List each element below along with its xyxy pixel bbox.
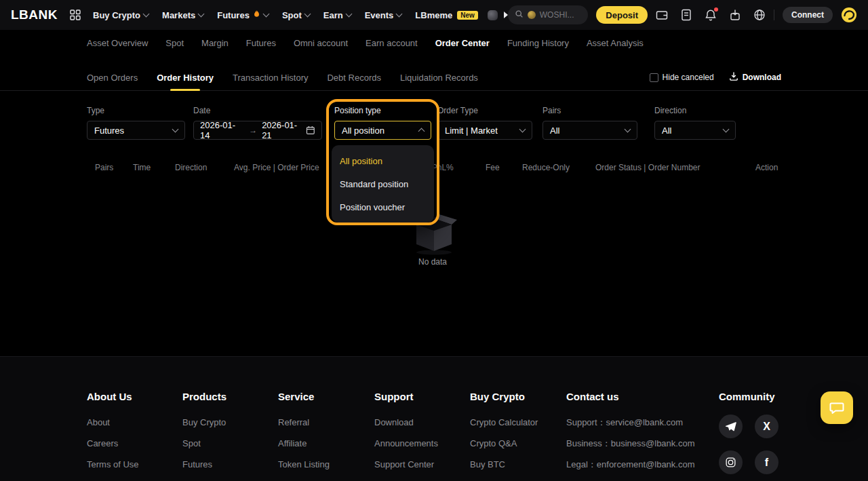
lbank-logo[interactable]: LBANK xyxy=(11,7,58,22)
facebook-icon[interactable]: f xyxy=(755,450,778,474)
chevron-down-icon xyxy=(723,126,730,133)
footer-col-title: Contact us xyxy=(566,391,695,402)
footer-link-affiliate[interactable]: Affiliate xyxy=(278,433,330,454)
wallet-icon[interactable] xyxy=(656,9,668,21)
search-input[interactable]: WOSHI... xyxy=(508,5,589,24)
tab-liquidation-records[interactable]: Liquidation Records xyxy=(400,64,478,90)
deposit-button[interactable]: Deposit xyxy=(596,6,648,24)
topnav-item-label: Events xyxy=(365,10,394,20)
telegram-icon[interactable] xyxy=(719,415,743,438)
footer-link-crypto-calculator[interactable]: Crypto Calculator xyxy=(470,412,538,433)
footer-col-title: Service xyxy=(278,391,330,402)
position-type-select-value: All position xyxy=(342,126,384,136)
no-data-text: No data xyxy=(385,257,480,267)
chevron-down-icon xyxy=(519,126,526,133)
topnav-item-spot[interactable]: Spot xyxy=(282,10,310,20)
footer-link-buy-btc[interactable]: Buy BTC xyxy=(470,454,538,475)
dropdown-option-standard-position[interactable]: Standard position xyxy=(332,172,434,195)
topnav-item-markets[interactable]: Markets xyxy=(162,10,203,20)
topnav-item-events[interactable]: Events xyxy=(365,10,402,20)
topnav-icons xyxy=(656,9,766,21)
col-avg-order-price: Avg. Price | Order Price xyxy=(234,163,319,172)
live-chat-button[interactable] xyxy=(821,391,853,424)
chevron-down-icon xyxy=(143,11,150,18)
profile-avatar[interactable] xyxy=(841,7,857,23)
footer-link-buy-eth[interactable]: Buy ETH xyxy=(470,475,538,481)
hide-canceled-checkbox[interactable]: Hide canceled xyxy=(650,73,714,82)
footer-link-etf[interactable]: ETF xyxy=(182,475,226,481)
accnav-item-omni-account[interactable]: Omni account xyxy=(294,38,348,48)
footer-link-spot[interactable]: Spot xyxy=(182,433,226,454)
nav-scroll-arrow-icon[interactable] xyxy=(504,12,508,18)
accnav-item-order-center[interactable]: Order Center xyxy=(435,38,490,48)
footer-link-official-verification[interactable]: Official Verification xyxy=(374,475,447,481)
footer-col-title: Community xyxy=(719,391,781,402)
download-button[interactable]: Download xyxy=(729,71,781,83)
tab-open-orders[interactable]: Open Orders xyxy=(87,64,138,90)
footer-link-about[interactable]: About xyxy=(87,412,142,433)
accnav-item-futures[interactable]: Futures xyxy=(246,38,276,48)
notification-bell-icon[interactable] xyxy=(705,9,717,21)
footer-link-terms-of-use[interactable]: Terms of Use xyxy=(87,454,142,475)
orders-document-icon[interactable] xyxy=(680,9,692,21)
topnav-item-earn[interactable]: Earn xyxy=(323,10,351,20)
filter-type-label: Type xyxy=(87,106,185,115)
footer-link-privacy-policy[interactable]: Privacy Policy xyxy=(87,475,142,481)
apps-grid-icon[interactable] xyxy=(70,9,81,20)
order-type-select[interactable]: Limit | Market xyxy=(437,121,532,140)
footer-link-buy-crypto[interactable]: Buy Crypto xyxy=(182,412,226,433)
tab-transaction-history[interactable]: Transaction History xyxy=(233,64,309,90)
footer-contact-business-email[interactable]: Business：business@lbank.com xyxy=(566,433,695,454)
direction-select[interactable]: All xyxy=(654,121,736,140)
accnav-item-margin[interactable]: Margin xyxy=(201,38,229,48)
position-type-select[interactable]: All position xyxy=(334,121,431,140)
footer-col-community: Community X f xyxy=(719,391,781,474)
topnav-item-lbmeme[interactable]: LBmeme New xyxy=(415,10,477,20)
dropdown-option-all-position[interactable]: All position xyxy=(332,149,434,172)
filter-pairs-label: Pairs xyxy=(542,106,637,115)
connect-button[interactable]: Connect xyxy=(783,7,833,23)
footer-link-token-listing[interactable]: Token Listing xyxy=(278,454,330,475)
tab-order-history[interactable]: Order History xyxy=(157,64,214,90)
footer-link-lbank-labs[interactable]: LBank Labs xyxy=(278,475,330,481)
accnav-item-spot[interactable]: Spot xyxy=(165,38,184,48)
footer-contact-support-email[interactable]: Support：service@lbank.com xyxy=(566,412,695,433)
chevron-up-icon xyxy=(418,128,425,135)
topnav-item-label: Markets xyxy=(162,10,195,20)
footer-contact-legal-email[interactable]: Legal：enforcement@lbank.com xyxy=(566,454,695,475)
x-twitter-icon[interactable]: X xyxy=(755,415,778,438)
app-download-icon[interactable] xyxy=(729,9,741,21)
date-range-picker[interactable]: 2026-01-14 → 2026-01-21 xyxy=(193,121,322,140)
accnav-item-funding-history[interactable]: Funding History xyxy=(507,38,569,48)
footer-link-download[interactable]: Download xyxy=(374,412,447,433)
footer-col-buy-crypto: Buy Crypto Crypto Calculator Crypto Q&A … xyxy=(470,391,538,481)
accnav-item-asset-analysis[interactable]: Asset Analysis xyxy=(587,38,644,48)
dropdown-option-position-voucher[interactable]: Position voucher xyxy=(332,195,434,218)
language-globe-icon[interactable] xyxy=(753,9,766,21)
instagram-icon[interactable] xyxy=(719,450,743,474)
accnav-item-earn-account[interactable]: Earn account xyxy=(366,38,418,48)
topnav-item-buy-crypto[interactable]: Buy Crypto xyxy=(93,10,149,20)
filter-direction: Direction All xyxy=(654,106,736,140)
notification-dot xyxy=(714,7,718,12)
footer-link-referral[interactable]: Referral xyxy=(278,412,330,433)
filter-direction-label: Direction xyxy=(654,106,736,115)
footer-link-futures[interactable]: Futures xyxy=(182,454,226,475)
footer-contact-news-email[interactable]: News：news@lbank.com xyxy=(566,475,695,481)
type-select[interactable]: Futures xyxy=(87,121,185,140)
footer-link-support-center[interactable]: Support Center xyxy=(374,454,447,475)
accnav-item-asset-overview[interactable]: Asset Overview xyxy=(87,38,148,48)
footer-col-products: Products Buy Crypto Spot Futures ETF xyxy=(182,391,226,481)
footer-link-announcements[interactable]: Announcements xyxy=(374,433,447,454)
footer-link-crypto-qa[interactable]: Crypto Q&A xyxy=(470,433,538,454)
topnav-item-futures[interactable]: Futures xyxy=(217,9,269,20)
footer-link-careers[interactable]: Careers xyxy=(87,433,142,454)
tab-debt-records[interactable]: Debt Records xyxy=(327,64,380,90)
order-tabs-row: Open Orders Order History Transaction Hi… xyxy=(0,64,868,91)
divider xyxy=(774,9,774,20)
pairs-select[interactable]: All xyxy=(542,121,637,140)
promo-icon[interactable] xyxy=(488,10,498,20)
tabs-right-actions: Hide canceled Download xyxy=(650,71,781,83)
order-tabs: Open Orders Order History Transaction Hi… xyxy=(87,64,478,90)
chevron-down-icon xyxy=(396,11,403,18)
